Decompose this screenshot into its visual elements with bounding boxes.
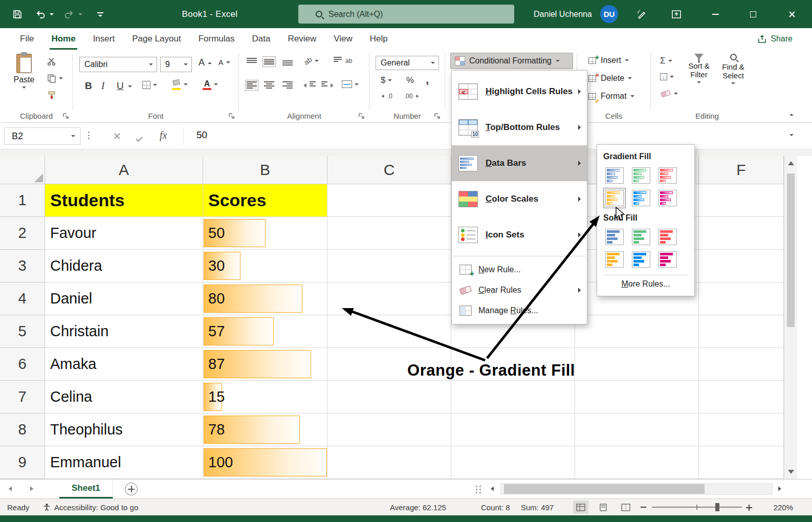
avatar[interactable]: DU [600, 5, 618, 23]
databar-swatch-solid-3[interactable] [603, 249, 626, 270]
align-right-button[interactable] [282, 81, 293, 89]
ribbon-tab-insert[interactable]: Insert [84, 28, 124, 50]
ribbon-tab-home[interactable]: Home [42, 28, 84, 50]
menu-item-color-scales[interactable]: Color Scales [452, 181, 587, 217]
zoom-out-button[interactable] [641, 499, 646, 515]
ribbon-tab-view[interactable]: View [325, 28, 361, 50]
cell-F6[interactable] [699, 348, 784, 381]
formula-bar-grip[interactable] [88, 132, 90, 139]
row-header-2[interactable]: 2 [0, 217, 45, 250]
next-sheet-arrow[interactable] [30, 486, 33, 491]
vertical-scrollbar-thumb[interactable] [787, 173, 795, 327]
databar-swatch-gradient-0[interactable] [603, 165, 626, 186]
row-header-6[interactable]: 6 [0, 348, 45, 381]
ribbon-display-options-icon[interactable] [669, 7, 684, 21]
fill-color-button[interactable] [172, 79, 188, 90]
percent-style-button[interactable]: % [406, 75, 414, 85]
comma-style-button[interactable]: , [426, 73, 429, 86]
font-name-combo[interactable]: Calibri [79, 57, 157, 72]
menu-item-data-bars[interactable]: Data Bars [452, 145, 587, 181]
redo-button[interactable] [62, 9, 76, 19]
ribbon-tab-help[interactable]: Help [361, 28, 397, 50]
cell-B3[interactable]: 30 [203, 250, 327, 282]
databar-swatch-gradient-3[interactable] [603, 188, 626, 208]
databar-swatch-solid-5[interactable] [656, 249, 679, 270]
cell-C1[interactable] [327, 184, 451, 217]
cell-C4[interactable] [327, 282, 451, 315]
save-button[interactable] [11, 8, 24, 20]
close-button[interactable] [772, 0, 812, 28]
confirm-entry-button[interactable] [136, 133, 142, 142]
cell-F2[interactable] [699, 217, 784, 250]
prev-sheet-arrow[interactable] [9, 486, 12, 491]
ribbon-tab-formulas[interactable]: Formulas [190, 28, 244, 50]
databar-swatch-gradient-4[interactable] [630, 188, 652, 208]
expand-formula-bar-chevron[interactable] [789, 134, 794, 136]
bold-button[interactable]: B [85, 80, 92, 92]
cell-F8[interactable] [699, 414, 784, 446]
minimize-button[interactable] [696, 0, 734, 28]
cell-B1[interactable]: Scores [203, 184, 327, 217]
font-size-combo[interactable]: 9 [160, 57, 192, 72]
user-name[interactable]: Daniel Uchenna [527, 0, 599, 28]
cell-C2[interactable] [327, 217, 451, 250]
underline-button[interactable]: U [117, 80, 124, 92]
sort-filter-button[interactable]: Sort & Filter [684, 54, 714, 107]
ink-pen-icon[interactable] [634, 7, 649, 21]
row-header-3[interactable]: 3 [0, 250, 45, 282]
cell-B4[interactable]: 80 [203, 282, 327, 315]
conditional-formatting-button[interactable]: Conditional Formatting [450, 53, 573, 69]
row-header-9[interactable]: 9 [0, 446, 45, 479]
ribbon-tab-file[interactable]: File [11, 28, 42, 50]
hscroll-left-arrow[interactable] [491, 487, 494, 491]
search-box[interactable]: Search (Alt+Q) [298, 5, 514, 24]
align-center-button[interactable] [264, 81, 274, 89]
databar-swatch-solid-1[interactable] [630, 227, 652, 247]
decrease-decimal-button[interactable]: .00 [404, 93, 420, 100]
cell-F3[interactable] [699, 250, 784, 282]
cut-button[interactable] [47, 57, 56, 66]
cell-F9[interactable] [699, 446, 784, 479]
databar-swatch-gradient-5[interactable] [656, 188, 679, 208]
hscroll-right-arrow[interactable] [778, 487, 781, 491]
zoom-level[interactable]: 220% [762, 499, 793, 515]
maximize-button[interactable] [734, 0, 772, 28]
cell-A1[interactable]: Students [45, 184, 203, 217]
menu-item-top-bottom-rules[interactable]: 10 Top/Bottom Rules [452, 110, 587, 145]
new-sheet-button[interactable] [125, 483, 138, 495]
menu-item-new-rule[interactable]: + New Rule... [452, 259, 587, 280]
grow-font-button[interactable]: A [199, 57, 212, 68]
cell-C7[interactable] [327, 381, 451, 414]
horizontal-scrollbar-thumb[interactable] [504, 484, 705, 494]
fill-button[interactable]: ↓ [660, 73, 674, 80]
menu-item-icon-sets[interactable]: Icon Sets [452, 217, 587, 253]
sheet-tab-active[interactable]: Sheet1 [59, 480, 113, 498]
cell-E7[interactable] [575, 381, 699, 414]
cell-F5[interactable] [699, 315, 784, 348]
font-dialog-launcher[interactable] [228, 112, 235, 119]
quick-access-toolbar-button[interactable] [95, 9, 105, 19]
align-left-button[interactable] [247, 81, 257, 89]
wrap-text-button[interactable]: ab [334, 57, 352, 64]
row-header-1[interactable]: 1 [0, 184, 45, 217]
normal-view-button[interactable] [573, 501, 588, 514]
insert-cells-button[interactable]: + Insert [588, 56, 629, 65]
select-all-corner[interactable] [0, 156, 45, 184]
accounting-format-button[interactable]: $ [381, 75, 392, 85]
menu-item-highlight-cells-rules[interactable]: < Highlight Cells Rules [452, 74, 587, 110]
cell-F1[interactable] [699, 184, 784, 217]
increase-indent-button[interactable] [321, 81, 334, 89]
paste-button[interactable]: Paste [9, 54, 39, 107]
cell-C3[interactable] [327, 250, 451, 282]
more-rules-item[interactable]: More Rules... [603, 279, 688, 289]
collapse-ribbon-chevron[interactable] [789, 114, 794, 116]
align-bottom-button[interactable] [282, 58, 293, 66]
align-middle-button[interactable] [264, 58, 274, 66]
borders-button[interactable] [142, 81, 157, 89]
vertical-scrollbar[interactable] [784, 156, 797, 479]
cell-F7[interactable] [699, 381, 784, 414]
clear-button[interactable] [660, 91, 678, 97]
cell-A3[interactable]: Chidera [45, 250, 203, 282]
share-button[interactable]: Share [758, 28, 793, 50]
horizontal-scrollbar[interactable] [500, 483, 773, 495]
